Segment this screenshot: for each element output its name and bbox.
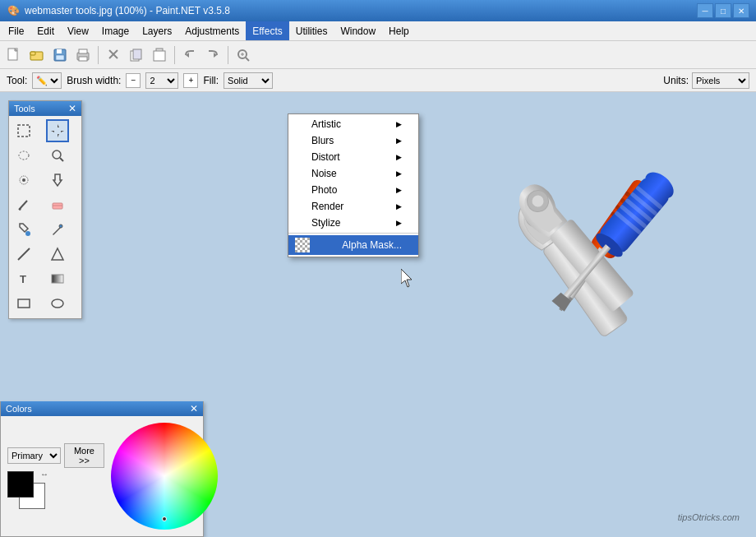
toolbar-separator-1 [98, 46, 99, 64]
pencil-tool[interactable] [12, 193, 35, 216]
undo-button[interactable] [179, 44, 201, 66]
effects-alpha-mask[interactable]: Alpha Mask... [288, 235, 418, 255]
zoom-tool[interactable] [46, 144, 69, 167]
effects-distort[interactable]: Distort [288, 149, 418, 165]
ellipse-tool[interactable] [46, 292, 69, 315]
menu-layers[interactable]: Layers [136, 21, 178, 40]
copy-button[interactable] [126, 44, 147, 66]
shapes-tool[interactable] [46, 243, 69, 266]
colors-panel: Colors ✕ Primary More >> ↔ [0, 401, 204, 537]
lasso-tool[interactable] [12, 144, 35, 167]
tool-options-bar: Tool: ✏️ Brush width: − 2 + Fill: Solid … [0, 69, 756, 92]
rectangle-select-tool[interactable] [12, 119, 35, 142]
units-bar: Units: Pixels [663, 72, 749, 89]
line-tool[interactable] [12, 243, 35, 266]
units-label: Units: [663, 75, 689, 86]
paint-bucket-tool[interactable] [12, 218, 35, 241]
svg-marker-26 [61, 131, 64, 132]
tools-grid: T [9, 116, 81, 318]
text-tool[interactable]: T [12, 267, 35, 290]
app-icon: 🎨 [7, 4, 20, 17]
brush-decrease-button[interactable]: − [126, 73, 141, 88]
swap-colors-icon[interactable]: ↔ [40, 470, 48, 479]
window-controls: ─ □ ✕ [697, 3, 749, 18]
workspace: Tools ✕ [0, 92, 756, 537]
maximize-button[interactable]: □ [715, 3, 731, 18]
menu-file[interactable]: File [2, 21, 30, 40]
tools-panel-title: Tools [14, 104, 35, 113]
move-tool[interactable] [46, 119, 69, 142]
menu-help[interactable]: Help [382, 21, 416, 40]
color-mode-select[interactable]: Primary [7, 447, 61, 464]
tools-panel: Tools ✕ [8, 100, 82, 319]
foreground-color-swatch[interactable] [7, 471, 34, 498]
colors-panel-close-icon[interactable]: ✕ [190, 403, 198, 414]
menu-edit[interactable]: Edit [30, 21, 61, 40]
toolbar-separator-3 [228, 46, 228, 64]
colors-content: Primary More >> ↔ [1, 416, 203, 536]
svg-rect-42 [18, 299, 30, 308]
svg-rect-15 [154, 51, 165, 61]
menu-bar: File Edit View Image Layers Adjustments … [0, 21, 756, 41]
svg-marker-39 [52, 248, 63, 260]
tool-select[interactable]: ✏️ [32, 72, 62, 89]
color-wheel[interactable] [111, 423, 218, 530]
new-button[interactable] [3, 44, 25, 66]
title-bar: 🎨 webmaster tools.jpg (100%) - Paint.NET… [0, 0, 756, 21]
paste-button[interactable] [149, 44, 170, 66]
svg-marker-24 [58, 134, 59, 137]
eraser-tool[interactable] [46, 193, 69, 216]
svg-point-37 [59, 225, 62, 228]
magic-wand-tool[interactable] [12, 169, 35, 192]
color-picker-tool[interactable] [46, 218, 69, 241]
save-button[interactable] [49, 44, 71, 66]
color-swatches[interactable]: ↔ [7, 471, 45, 509]
effects-noise[interactable]: Noise [288, 165, 418, 182]
cut-button[interactable] [103, 44, 124, 66]
svg-rect-22 [18, 125, 30, 137]
fill-select[interactable]: Solid [224, 72, 273, 89]
redo-button[interactable] [202, 44, 224, 66]
brush-width-select[interactable]: 2 [145, 72, 178, 89]
minimize-button[interactable]: ─ [697, 3, 713, 18]
colors-panel-header: Colors ✕ [1, 401, 203, 416]
gradient-tool[interactable] [46, 267, 69, 290]
effects-artistic[interactable]: Artistic [288, 116, 418, 132]
units-select[interactable]: Pixels [692, 72, 749, 89]
svg-text:T: T [20, 273, 26, 285]
toolbar-separator-2 [174, 46, 175, 64]
alpha-mask-label: Alpha Mask... [342, 239, 402, 251]
color-wheel-center [162, 516, 167, 521]
colors-left-panel: Primary More >> ↔ [7, 443, 104, 509]
tools-panel-close-icon[interactable]: ✕ [68, 103, 76, 114]
effects-blurs[interactable]: Blurs [288, 132, 418, 149]
svg-point-28 [53, 150, 61, 159]
svg-rect-9 [79, 57, 87, 61]
svg-line-29 [60, 158, 63, 161]
effects-photo[interactable]: Photo [288, 182, 418, 198]
pan-tool[interactable] [46, 169, 69, 192]
close-button[interactable]: ✕ [733, 3, 749, 18]
menu-adjustments[interactable]: Adjustments [178, 21, 246, 40]
menu-image[interactable]: Image [95, 21, 136, 40]
effects-dropdown: Artistic Blurs Distort Noise Photo Rende… [288, 113, 419, 257]
svg-line-19 [246, 58, 249, 61]
svg-rect-41 [52, 275, 63, 283]
menu-window[interactable]: Window [334, 21, 382, 40]
brush-increase-button[interactable]: + [183, 73, 198, 88]
zoom-button[interactable] [233, 44, 254, 66]
svg-rect-8 [79, 49, 87, 53]
menu-view[interactable]: View [61, 21, 95, 40]
more-colors-button[interactable]: More >> [64, 443, 104, 468]
open-button[interactable] [26, 44, 48, 66]
window-title: webmaster tools.jpg (100%) - Paint.NET v… [25, 5, 230, 16]
menu-effects[interactable]: Effects [246, 21, 288, 40]
effects-render[interactable]: Render [288, 198, 418, 215]
alpha-mask-icon [295, 238, 310, 252]
menu-utilities[interactable]: Utilities [289, 21, 334, 40]
rectangle-tool[interactable] [12, 292, 35, 315]
colors-panel-title: Colors [6, 404, 32, 414]
print-button[interactable] [72, 44, 94, 66]
primary-select-row: Primary More >> [7, 443, 104, 468]
effects-stylize[interactable]: Stylize [288, 215, 418, 231]
